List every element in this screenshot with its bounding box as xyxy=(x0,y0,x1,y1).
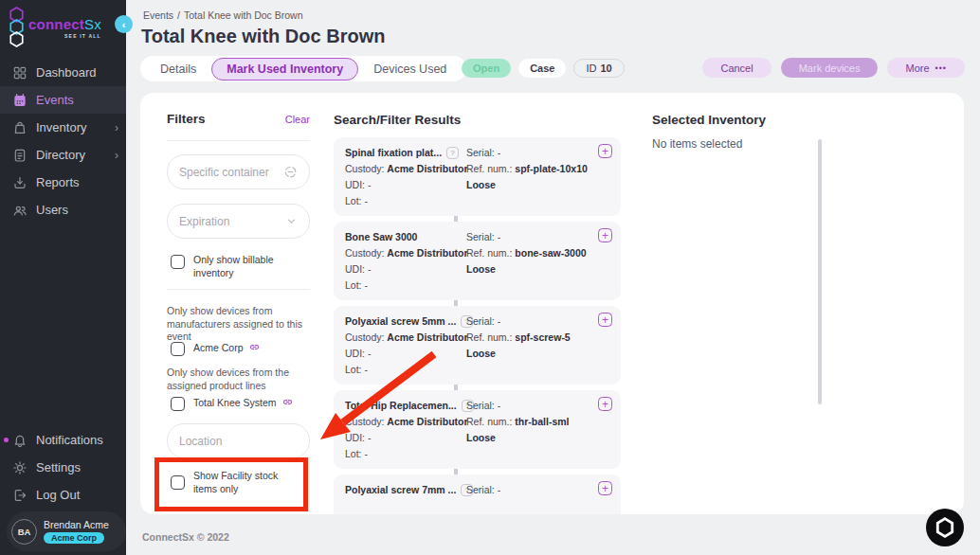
sidebar-item-directory[interactable]: Directory › xyxy=(0,141,126,169)
hexagon-icon xyxy=(935,517,954,538)
location-input[interactable] xyxy=(179,435,298,448)
gear-icon xyxy=(12,460,27,475)
filters-heading: Filters xyxy=(167,112,206,126)
sidebar-item-label: Users xyxy=(36,203,68,217)
product-line-checkbox-row[interactable]: Total Knee System xyxy=(171,396,294,411)
location-field[interactable] xyxy=(167,423,310,458)
link-icon xyxy=(281,396,294,408)
sidebar: connectSx SEE IT ALL Dashboard Events In… xyxy=(0,0,126,555)
header-actions: Cancel Mark devices More••• xyxy=(702,58,965,78)
add-item-button[interactable]: + xyxy=(598,397,612,411)
logo-tagline: SEE IT ALL xyxy=(64,33,101,39)
billable-inventory-checkbox[interactable] xyxy=(171,255,185,269)
item-name: Polyaxial screw 5mm ... xyxy=(345,313,456,330)
user-name: Brendan Acme xyxy=(44,519,109,530)
sidebar-item-label: Settings xyxy=(36,460,81,474)
filters-panel: Filters Clear Only show billable invento… xyxy=(167,93,310,514)
sidebar-item-label: Notifications xyxy=(36,433,103,447)
specific-container-field[interactable] xyxy=(167,154,310,189)
results-scrollbar[interactable] xyxy=(818,139,822,404)
page-title: Total Knee with Doc Brown xyxy=(141,26,385,47)
result-card: Polyaxial screw 5mm ...? Custody: Acme D… xyxy=(334,306,621,385)
product-line-label: Total Knee System xyxy=(193,396,294,410)
dashboard-icon xyxy=(12,65,27,81)
bell-icon xyxy=(12,433,27,448)
sidebar-item-label: Events xyxy=(36,93,74,107)
specific-container-input[interactable] xyxy=(179,166,278,179)
add-item-button[interactable]: + xyxy=(598,313,612,327)
user-profile[interactable]: BA Brendan Acme Acme Corp xyxy=(7,511,126,551)
users-icon xyxy=(12,203,27,218)
product-lines-note: Only show devices from the assigned prod… xyxy=(167,367,310,392)
billable-inventory-label: Only show billable inventory xyxy=(193,254,310,279)
expiration-select[interactable] xyxy=(167,204,310,239)
breadcrumb: Events/Total Knee with Doc Brown xyxy=(143,9,303,21)
tab-bar: Details Mark Used Inventory Devices Used xyxy=(140,56,466,81)
add-item-button[interactable]: + xyxy=(598,144,612,158)
sidebar-item-label: Dashboard xyxy=(36,65,97,80)
billable-inventory-checkbox-row[interactable]: Only show billable inventory xyxy=(171,254,310,279)
add-item-button[interactable]: + xyxy=(598,481,612,495)
chevron-right-icon: › xyxy=(115,121,118,134)
item-name: Polyaxial screw 7mm ... xyxy=(345,482,456,498)
cancel-button[interactable]: Cancel xyxy=(702,58,771,78)
item-name: Total Hip Replacemen... xyxy=(345,398,457,414)
footer-copyright: ConnectSx © 2022 xyxy=(142,531,229,543)
manufacturers-note: Only show devices from manufacturers ass… xyxy=(167,305,310,344)
manufacturer-label: Acme Corp xyxy=(193,341,261,355)
mark-devices-button[interactable]: Mark devices xyxy=(781,58,879,78)
result-card: Polyaxial screw 7mm ...? Serial: - + xyxy=(334,474,621,514)
manufacturer-checkbox-row[interactable]: Acme Corp xyxy=(171,341,261,356)
help-icon[interactable]: ? xyxy=(446,147,459,159)
hold-status: Loose xyxy=(466,263,496,275)
sidebar-item-inventory[interactable]: Inventory › xyxy=(0,114,126,141)
scan-container-icon xyxy=(283,165,298,179)
results-panel: Search/Filter Results Spinal fixation pl… xyxy=(334,93,621,514)
id-badge: ID10 xyxy=(573,59,624,78)
tab-details[interactable]: Details xyxy=(145,58,211,81)
sidebar-item-label: Log Out xyxy=(36,488,80,502)
chat-widget-button[interactable] xyxy=(926,509,964,546)
result-card: Spinal fixation plat...? Custody: Acme D… xyxy=(334,137,621,216)
breadcrumb-parent[interactable]: Events xyxy=(143,9,173,21)
sidebar-item-reports[interactable]: Reports xyxy=(0,169,126,196)
sidebar-bottom-nav: Notifications Settings Log Out xyxy=(0,426,126,509)
avatar: BA xyxy=(11,519,37,545)
facility-stock-checkbox-row[interactable]: Show Facility stock items only xyxy=(171,470,303,495)
results-heading: Search/Filter Results xyxy=(334,113,461,127)
tab-devices-used[interactable]: Devices Used xyxy=(358,58,462,81)
tab-mark-used-inventory[interactable]: Mark Used Inventory xyxy=(211,58,358,81)
product-line-checkbox[interactable] xyxy=(171,397,185,411)
chevron-right-icon: › xyxy=(115,149,118,162)
org-badge: Acme Corp xyxy=(44,532,104,544)
hold-status: Loose xyxy=(466,348,496,359)
clear-filters-link[interactable]: Clear xyxy=(285,114,310,125)
item-name: Bone Saw 3000 xyxy=(345,229,417,245)
logo-wordmark: connectSx xyxy=(28,16,101,32)
add-item-button[interactable]: + xyxy=(598,228,612,242)
sidebar-item-label: Directory xyxy=(36,148,85,162)
sidebar-item-notifications[interactable]: Notifications xyxy=(0,426,126,454)
expiration-input[interactable] xyxy=(179,215,280,228)
facility-stock-checkbox[interactable] xyxy=(171,475,185,490)
app-logo: connectSx SEE IT ALL xyxy=(9,7,101,47)
sidebar-item-label: Reports xyxy=(36,175,80,189)
type-badge-case: Case xyxy=(518,59,566,78)
collapse-sidebar-button[interactable]: ‹ xyxy=(115,15,133,33)
breadcrumb-current: Total Knee with Doc Brown xyxy=(184,9,302,21)
results-list: Spinal fixation plat...? Custody: Acme D… xyxy=(334,137,621,514)
more-button[interactable]: More••• xyxy=(887,58,965,78)
divider xyxy=(167,140,310,141)
sidebar-nav: Dashboard Events Inventory › Directory ›… xyxy=(0,59,126,224)
divider xyxy=(167,289,310,290)
sidebar-item-settings[interactable]: Settings xyxy=(0,454,126,481)
events-icon xyxy=(12,93,27,108)
sidebar-item-events[interactable]: Events xyxy=(0,86,126,114)
sidebar-item-users[interactable]: Users xyxy=(0,196,126,224)
item-name: Spinal fixation plat... xyxy=(345,145,442,161)
manufacturer-checkbox[interactable] xyxy=(171,342,185,356)
sidebar-item-dashboard[interactable]: Dashboard xyxy=(0,59,126,86)
sidebar-item-logout[interactable]: Log Out xyxy=(0,481,126,509)
hexagon-logo-icon xyxy=(9,7,24,47)
chevron-down-icon xyxy=(285,215,298,227)
